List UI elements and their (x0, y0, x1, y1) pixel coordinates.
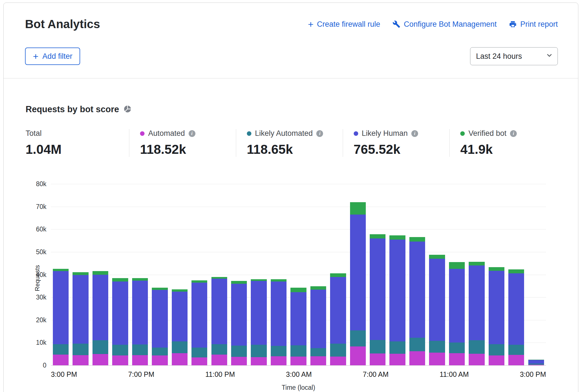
bar-slot (308, 184, 328, 365)
bar-segment-verified-bot (330, 273, 346, 277)
chart-bar[interactable] (310, 286, 326, 365)
chart-bar[interactable] (152, 288, 168, 365)
bar-segment-likely-human (231, 284, 247, 346)
x-axis-slot: 7:00 AM (363, 370, 389, 379)
x-axis-slot (486, 370, 503, 379)
chart-bar[interactable] (330, 273, 346, 365)
likely-human-color-dot (354, 131, 358, 136)
chart-bar[interactable] (370, 234, 385, 365)
x-axis-slot: 3:00 PM (520, 370, 546, 379)
x-axis-tick-label: 3:00 PM (51, 370, 77, 379)
bot-analytics-card: Bot Analytics + Create firewall rule Con… (3, 3, 578, 392)
add-filter-button[interactable]: + Add filter (25, 48, 80, 65)
chart-bar[interactable] (429, 255, 445, 365)
bar-segment-verified-bot (112, 278, 128, 281)
bar-segment-likely-human (251, 281, 267, 345)
chart-bar[interactable] (449, 262, 465, 365)
bar-slot (387, 184, 407, 365)
automated-color-dot (140, 131, 145, 136)
bar-segment-likely-human (330, 277, 346, 344)
chart-bar[interactable] (389, 235, 405, 365)
chart-bar[interactable] (528, 360, 544, 365)
chart-bar[interactable] (409, 237, 425, 365)
bar-segment-likely-automated (152, 348, 168, 355)
chart-bar[interactable] (172, 289, 188, 365)
likely-automated-color-dot (247, 131, 251, 136)
bar-segment-likely-human (528, 360, 544, 364)
chart-bar[interactable] (191, 280, 207, 365)
y-axis-tick-label: 30k (36, 294, 46, 301)
bar-segment-likely-automated (251, 345, 267, 357)
chart-bar[interactable] (271, 279, 287, 365)
stat-verified-bot-label: Verified bot (468, 129, 506, 138)
bar-segment-verified-bot (290, 288, 306, 292)
bar-segment-automated (290, 357, 306, 365)
chart-bar[interactable] (350, 202, 366, 365)
y-axis-tick-label: 40k (36, 271, 46, 278)
page-title: Bot Analytics (25, 17, 100, 31)
bar-slot (51, 184, 71, 365)
bar-segment-likely-human (449, 269, 465, 343)
x-axis-slot (94, 370, 111, 379)
bar-segment-likely-automated (389, 341, 405, 354)
info-icon[interactable]: i (189, 130, 195, 137)
gridline (51, 365, 546, 366)
stat-total-value: 1.04M (26, 142, 117, 157)
bars-container (51, 184, 546, 365)
time-range-select[interactable]: Last 24 hours (470, 47, 558, 65)
x-axis-slot (346, 370, 363, 379)
wrench-icon (392, 20, 400, 28)
bar-segment-likely-human (350, 215, 366, 330)
chart-bar[interactable] (112, 278, 128, 365)
chart-bar[interactable] (489, 267, 504, 365)
bar-segment-automated (350, 346, 366, 365)
bar-segment-verified-bot (350, 202, 366, 215)
bar-slot (110, 184, 130, 365)
chart-bar[interactable] (469, 262, 484, 365)
bar-segment-automated (172, 353, 188, 365)
info-icon[interactable]: i (316, 130, 323, 137)
configure-bot-management-link[interactable]: Configure Bot Management (392, 20, 497, 29)
bar-segment-automated (53, 355, 69, 365)
bar-slot (288, 184, 308, 365)
chart-bar[interactable] (508, 269, 524, 365)
bar-segment-likely-automated (191, 348, 207, 357)
bar-segment-likely-automated (73, 344, 88, 355)
info-icon[interactable]: i (510, 130, 517, 137)
info-icon[interactable]: i (411, 130, 418, 137)
bar-segment-verified-bot (429, 255, 445, 259)
chart-bar[interactable] (251, 279, 267, 365)
x-axis-tick-label: 11:00 AM (440, 370, 469, 379)
bar-segment-likely-human (191, 283, 207, 348)
chart-bar[interactable] (290, 288, 306, 365)
bar-segment-likely-human (73, 275, 88, 344)
print-report-link[interactable]: Print report (509, 20, 558, 29)
chart-bar[interactable] (93, 271, 108, 365)
bar-slot (467, 184, 486, 365)
x-axis-title: Time (local) (51, 384, 546, 391)
bar-segment-verified-bot (449, 262, 465, 269)
chart-bar[interactable] (53, 269, 69, 365)
x-axis-slot: 3:00 AM (286, 370, 312, 379)
x-axis-slot (469, 370, 486, 379)
bar-segment-likely-human (310, 290, 326, 348)
bar-slot (249, 184, 269, 365)
chart-bar[interactable] (231, 281, 247, 365)
bar-segment-automated (93, 354, 108, 365)
bar-segment-automated (191, 357, 207, 365)
x-axis-slot (269, 370, 286, 379)
bar-segment-automated (508, 355, 524, 365)
stat-total-label: Total (26, 129, 42, 138)
bar-segment-likely-human (211, 279, 227, 344)
bar-segment-likely-human (489, 271, 504, 344)
bar-segment-verified-bot (152, 288, 168, 290)
chart-bar[interactable] (73, 272, 88, 365)
chart-bar[interactable] (211, 277, 227, 365)
bar-slot (368, 184, 387, 365)
create-firewall-rule-link[interactable]: + Create firewall rule (308, 19, 380, 29)
chart-bar[interactable] (132, 278, 148, 365)
bar-segment-likely-automated (93, 340, 108, 354)
stats-row: Total 1.04M Automated i 118.52k Likely A… (26, 129, 556, 157)
bar-segment-likely-automated (489, 344, 504, 355)
stat-likely-human-label: Likely Human (362, 129, 408, 138)
